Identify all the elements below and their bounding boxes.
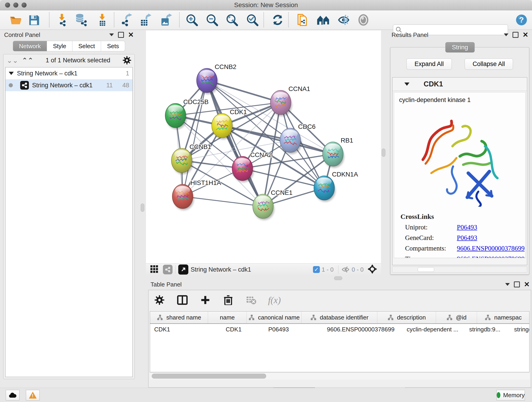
open-session-button[interactable] [9,13,22,27]
network-edge[interactable] [207,80,281,102]
column-header-description[interactable]: description [377,312,436,323]
refresh-button[interactable] [271,13,285,27]
export-table-button[interactable] [138,13,152,27]
collapse-all-button[interactable]: Collapse All [465,58,513,70]
node-label: RB1 [341,137,353,144]
splitter-handle-left[interactable] [141,204,144,212]
column-header-shared-name[interactable]: shared name [150,312,208,323]
column-header-database-identifier[interactable]: database identifier [302,312,377,323]
panel-menu-icon[interactable] [505,283,510,286]
selected-checkbox[interactable]: ✓ [313,266,320,273]
open-in-window-button[interactable] [178,264,188,274]
share-icon [165,267,171,273]
network-row-selected[interactable]: String Network – cdk1 11 48 [6,79,133,91]
close-panel-icon[interactable]: ✕ [524,282,530,287]
node-table: shared name name canonical name database… [150,311,530,372]
network-selection-status: 1 of 1 Network selected [37,57,119,64]
tab-network[interactable]: Network [13,41,47,51]
network-edge[interactable] [183,196,263,206]
export-image-button[interactable] [159,13,173,27]
crosslink-tissues-link[interactable]: 9606.ENSP00000378699 [457,255,525,258]
network-graph[interactable]: CCNB2CCNA1CDC25BCDK1CDC6RB1CCNB1CCNA2CDK… [146,31,381,263]
splitter-handle-bottom[interactable] [334,276,342,280]
network-label: String Network – cdk1 [32,82,103,89]
collection-expand-icon[interactable] [9,72,14,75]
hide-selected-button[interactable] [337,13,351,27]
panel-menu-icon[interactable] [504,33,508,36]
network-collection-row[interactable]: String Network – cdk1 1 [6,67,133,79]
delete-column-button[interactable] [222,294,234,306]
column-header-id[interactable]: @id [436,312,477,323]
network-edge[interactable] [207,80,263,206]
network-canvas[interactable]: CCNB2CCNA1CDC25BCDK1CDC6RB1CCNB1CCNA2CDK… [146,31,381,263]
network-node-ccne1[interactable]: CCNE1 [253,189,293,220]
tab-string[interactable]: String [445,42,475,52]
node-highlight [283,130,298,138]
table-options-button[interactable] [153,294,165,306]
tab-style[interactable]: Style [47,41,72,51]
zoom-selected-button[interactable] [246,13,259,27]
add-column-button[interactable] [199,294,211,306]
column-header-namespace[interactable]: namespac [477,312,529,323]
fit-content-button[interactable] [367,264,377,275]
column-header-name[interactable]: name [208,312,247,323]
float-panel-icon[interactable] [514,281,520,287]
expand-all-button[interactable]: Expand All [406,58,452,70]
splitter-handle-right[interactable] [382,148,385,157]
help-button[interactable]: ? [515,13,528,27]
toolbar-separator [288,12,289,27]
warnings-button[interactable] [26,390,40,400]
memory-label: Memory [503,392,525,399]
node-label: CDC6 [298,123,316,130]
node-highlight [326,143,341,152]
import-network-database-button[interactable] [75,13,88,27]
function-builder-button-disabled: f(x) [268,295,281,306]
zoom-fit-button[interactable] [225,13,239,27]
network-node-cdkn1a[interactable]: CDKN1A [314,171,358,201]
network-state-dot [9,83,13,87]
show-columns-button[interactable] [177,294,188,306]
network-node-hist1h1a[interactable]: HIST1H1A [172,179,221,210]
network-overview-button[interactable] [163,265,172,274]
table-horizontal-scrollbar[interactable] [150,372,530,380]
show-all-button[interactable] [356,13,370,27]
entry-gene-name: CDK1 [424,80,443,88]
memory-button[interactable]: Memory [496,390,525,400]
zoom-in-button[interactable] [185,13,199,27]
entry-collapse-icon[interactable] [404,83,409,86]
crosslink-compartments-link[interactable]: 9606.ENSP00000378699 [457,245,525,252]
close-panel-icon[interactable]: ✕ [523,32,528,37]
clone-network-button[interactable] [296,13,309,27]
expand-all-icon[interactable]: ⌃⌃ [22,56,33,64]
column-header-canonical-name[interactable]: canonical name [247,312,302,323]
table-row[interactable]: CDK1 CDK1 P06493 9606.ENSP00000378699 cy… [150,324,529,335]
network-list-options-gear-icon[interactable] [123,56,131,65]
crosslink-uniprot-link[interactable]: P06493 [457,223,477,231]
network-node-cdc6[interactable]: CDC6 [280,123,316,154]
close-panel-icon[interactable]: ✕ [128,32,134,37]
crosslink-genecard-link[interactable]: P06493 [457,234,477,242]
first-neighbors-button[interactable] [317,13,330,27]
table-container: f(x) shared name name canonical name dat… [148,290,531,388]
clone-network-icon [296,13,309,27]
network-node-rb1[interactable]: RB1 [323,137,353,167]
column-type-icon [157,314,163,321]
import-network-file-button[interactable] [55,13,69,27]
export-network-button[interactable] [119,13,133,27]
cloud-status-button[interactable] [6,390,19,400]
save-session-button[interactable] [27,13,41,27]
results-scrollbar[interactable] [392,267,527,273]
tab-sets[interactable]: Sets [101,41,125,51]
column-type-icon [446,314,453,321]
refresh-icon [271,13,284,26]
zoom-out-button[interactable] [205,13,219,27]
collapse-all-icon[interactable]: ⌄⌄ [7,56,18,64]
protein-structure-image [412,106,508,207]
float-panel-icon[interactable] [513,32,519,38]
network-node-ccnb1[interactable]: CCNB1 [171,143,211,174]
tab-select[interactable]: Select [72,41,101,51]
import-table-button[interactable] [95,13,109,27]
panel-menu-icon[interactable] [109,33,114,36]
float-panel-icon[interactable] [118,32,124,38]
birds-eye-view-button[interactable] [150,265,158,274]
